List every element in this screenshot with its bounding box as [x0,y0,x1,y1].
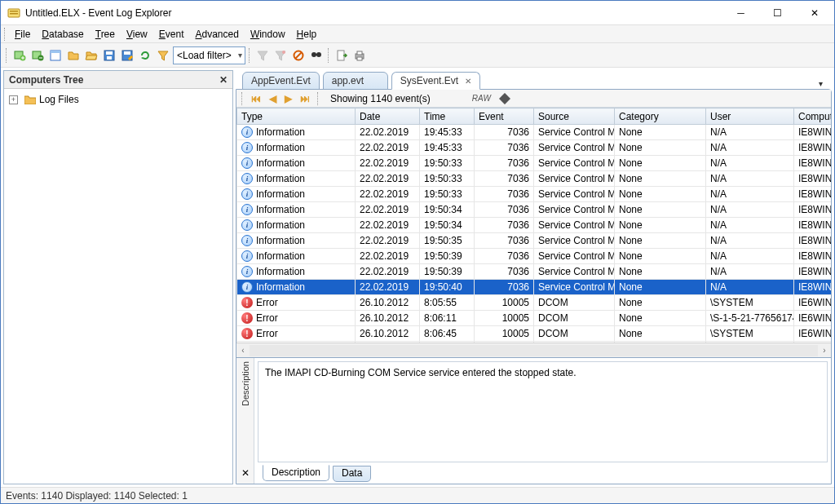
maximize-button[interactable]: ☐ [759,2,796,24]
status-bar: Events: 1140 Displayed: 1140 Selected: 1 [1,487,834,503]
cell-source: Service Control Manag [534,187,615,202]
filter-dropdown[interactable]: <Load filter> [173,46,245,64]
error-icon: ! [241,312,253,324]
tabs-overflow-icon[interactable]: ▾ [814,77,827,90]
table-row[interactable]: iInformation22.02.201919:50:407036Servic… [237,280,832,295]
cell-type: Information [256,219,305,231]
description-close-icon[interactable]: ✕ [241,467,250,479]
minimize-button[interactable]: ─ [722,2,759,24]
menu-view[interactable]: View [121,27,153,42]
cell-date: 22.02.2019 [356,125,420,140]
next-icon[interactable]: ▶ [282,93,294,104]
filter-dropdown-label: <Load filter> [177,50,232,61]
table-row[interactable]: iInformation22.02.201919:45:337036Servic… [237,140,832,156]
chip-icon[interactable] [499,93,510,104]
description-text[interactable]: The IMAPI CD-Burning COM Service service… [258,361,828,462]
menu-event[interactable]: Event [153,27,190,42]
cell-time: 8:06:45 [420,326,475,342]
expand-icon[interactable]: + [9,95,18,104]
col-event[interactable]: Event [475,108,534,125]
table-row[interactable]: iInformation22.02.201919:50:347036Servic… [237,202,832,218]
cell-category: None [615,125,706,140]
table-row[interactable]: iInformation22.02.201919:50:337036Servic… [237,156,832,171]
close-button[interactable]: ✕ [796,2,833,24]
cell-event: 10005 [475,326,534,342]
scroll-track[interactable] [250,345,818,356]
cell-time: 19:45:33 [420,140,475,156]
menu-window[interactable]: Window [245,27,291,42]
print-icon[interactable] [351,47,368,64]
menu-database[interactable]: Database [36,27,89,42]
clear-filter-icon[interactable] [290,47,307,64]
last-icon[interactable]: ⏭ [298,93,312,104]
menu-help[interactable]: Help [291,27,323,42]
find-icon[interactable] [308,47,325,64]
tree[interactable]: + Log Files [4,89,232,484]
filter-apply-icon[interactable] [254,47,271,64]
col-computer[interactable]: Computer [794,108,832,125]
cell-event: 10005 [475,311,534,326]
add-remote-icon[interactable] [29,47,46,64]
save-icon[interactable] [101,47,117,64]
event-grid-wrap[interactable]: Type Date Time Event Source Category Use… [236,108,831,343]
menu-advanced[interactable]: Advanced [189,27,244,42]
col-category[interactable]: Category [615,108,706,125]
col-user[interactable]: User [706,108,794,125]
cell-user: N/A [706,264,794,280]
save-as-icon[interactable] [119,47,135,64]
cell-date: 22.02.2019 [356,156,420,171]
tree-node-logfiles[interactable]: + Log Files [9,92,228,107]
refresh-icon[interactable] [137,47,153,64]
col-date[interactable]: Date [356,108,420,125]
tab-close-icon[interactable]: ✕ [465,77,471,86]
table-row[interactable]: !Error26.10.20128:05:5510005DCOMNone\SYS… [237,295,832,311]
open-folder-icon[interactable] [83,47,99,64]
table-row[interactable]: iInformation22.02.201919:50:397036Servic… [237,249,832,264]
filter-icon[interactable] [155,47,171,64]
cell-event: 7036 [475,187,534,202]
col-source[interactable]: Source [534,108,615,125]
tab-sysevent[interactable]: SysEvent.Evt✕ [391,72,480,90]
prev-icon[interactable]: ◀ [267,93,279,104]
menu-file[interactable]: File [9,27,36,42]
tree-node-label: Log Files [39,94,79,105]
open-file-icon[interactable] [65,47,82,64]
table-row[interactable]: iInformation22.02.201919:50:397036Servic… [237,264,832,280]
cell-computer: IE8WINXP [794,249,832,264]
table-row[interactable]: !Error26.10.20128:06:4510005DCOMNone\SYS… [237,326,832,342]
open-log-icon[interactable] [11,47,28,64]
table-row[interactable]: iInformation22.02.201919:45:337036Servic… [237,125,832,140]
window-title: Untitled.ELX - Event Log Explorer [25,7,722,19]
cell-computer: IE8WINXP [794,187,832,202]
menu-tree[interactable]: Tree [90,27,121,42]
cell-type: Information [256,188,305,200]
cell-category: None [615,156,706,171]
cell-user: \S-1-5-21-776561741-30 [706,311,794,326]
cell-type: Information [256,204,305,215]
col-time[interactable]: Time [420,108,475,125]
tab-description[interactable]: Description [263,465,329,481]
tab-data[interactable]: Data [333,466,371,482]
svg-rect-2 [10,13,18,15]
scroll-left-icon[interactable]: ‹ [236,346,250,355]
filter-custom-icon[interactable] [272,47,289,64]
tab-appevt[interactable]: app.evt [323,72,388,90]
panel-close-icon[interactable]: ✕ [219,74,228,86]
scroll-right-icon[interactable]: › [818,346,831,355]
cell-computer: IE8WINXP [794,140,832,156]
cell-time: 19:50:39 [420,264,475,280]
table-row[interactable]: iInformation22.02.201919:50:337036Servic… [237,171,832,187]
tab-appevent[interactable]: AppEvent.Evt [242,72,320,90]
hscrollbar[interactable]: ‹ › [236,343,831,357]
new-workspace-icon[interactable] [47,47,64,64]
cell-user: N/A [706,156,794,171]
table-row[interactable]: !Error26.10.20128:06:1110005DCOMNone\S-1… [237,311,832,326]
info-icon: i [241,250,253,262]
col-type[interactable]: Type [237,108,356,125]
first-icon[interactable]: ⏮ [249,93,263,104]
export-icon[interactable] [334,47,350,64]
table-row[interactable]: iInformation22.02.201919:50:337036Servic… [237,187,832,202]
table-row[interactable]: iInformation22.02.201919:50:357036Servic… [237,233,832,249]
cell-computer: IE8WINXP [794,156,832,171]
table-row[interactable]: iInformation22.02.201919:50:347036Servic… [237,218,832,233]
